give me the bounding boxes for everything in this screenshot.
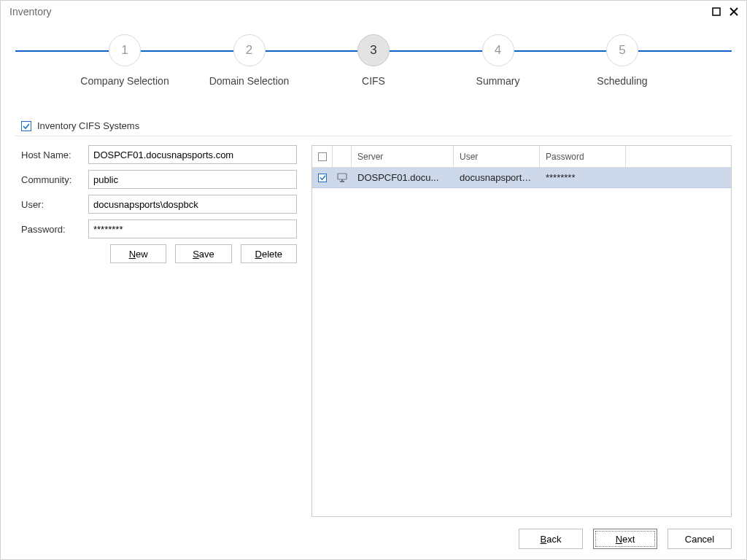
close-icon[interactable] (727, 5, 740, 18)
step-number: 2 (233, 34, 266, 66)
inventory-cifs-checkbox[interactable] (21, 121, 31, 131)
hostname-label: Host Name: (21, 149, 88, 160)
new-button[interactable]: New (110, 244, 166, 263)
community-label: Community: (21, 174, 88, 185)
server-icon (336, 173, 348, 183)
cifs-systems-table: Server User Password (311, 145, 732, 517)
step-number: 1 (109, 34, 141, 66)
header-checkbox-col[interactable] (312, 146, 333, 168)
step-label: Domain Selection (209, 75, 290, 87)
next-button[interactable]: Next (593, 529, 657, 549)
cifs-form: Host Name: Community: User: Password: Ne… (21, 145, 297, 517)
step-label: Company Selection (80, 75, 169, 87)
save-button[interactable]: Save (175, 244, 231, 263)
window-title: Inventory (9, 6, 52, 18)
row-user: docusnapsports\... (454, 172, 540, 183)
header-server[interactable]: Server (352, 146, 454, 168)
step-cifs[interactable]: 3 CIFS (322, 30, 425, 87)
inventory-wizard-window: Inventory 1 Company Selection 2 Domain S… (0, 0, 747, 560)
svg-rect-3 (341, 179, 343, 181)
step-label: Summary (476, 75, 520, 87)
step-label: CIFS (362, 75, 385, 87)
section-divider (15, 136, 732, 136)
header-password[interactable]: Password (540, 146, 626, 168)
row-password: ******** (540, 172, 626, 183)
svg-rect-2 (340, 181, 344, 182)
step-number: 5 (606, 34, 638, 66)
step-company-selection[interactable]: 1 Company Selection (74, 30, 176, 87)
back-button[interactable]: Back (519, 529, 583, 549)
wizard-steps: 1 Company Selection 2 Domain Selection 3… (15, 30, 732, 110)
row-server: DOSPCF01.docu... (352, 172, 454, 183)
svg-rect-0 (713, 8, 720, 15)
header-icon-col (333, 146, 352, 168)
titlebar: Inventory (1, 1, 746, 23)
user-field[interactable] (88, 195, 297, 214)
cancel-button[interactable]: Cancel (667, 529, 732, 549)
hostname-field[interactable] (88, 145, 297, 164)
step-number: 3 (357, 34, 390, 66)
table-header: Server User Password (312, 146, 731, 168)
inventory-cifs-checkbox-row: Inventory CIFS Systems (21, 120, 726, 131)
svg-rect-1 (338, 174, 347, 179)
step-scheduling[interactable]: 5 Scheduling (571, 30, 673, 87)
table-row[interactable]: DOSPCF01.docu... docusnapsports\... ****… (312, 168, 731, 188)
step-domain-selection[interactable]: 2 Domain Selection (198, 30, 301, 87)
header-spacer (626, 146, 731, 168)
maximize-icon[interactable] (710, 5, 723, 18)
step-summary[interactable]: 4 Summary (447, 30, 549, 87)
user-label: User: (21, 199, 88, 210)
row-checkbox[interactable] (318, 174, 327, 182)
community-field[interactable] (88, 170, 297, 189)
delete-button[interactable]: Delete (241, 244, 297, 263)
inventory-cifs-checkbox-label: Inventory CIFS Systems (37, 120, 139, 131)
wizard-footer: Back Next Cancel (519, 529, 732, 549)
password-label: Password: (21, 224, 88, 235)
password-field[interactable] (88, 219, 297, 238)
step-label: Scheduling (597, 75, 647, 87)
step-number: 4 (482, 34, 514, 66)
header-user[interactable]: User (454, 146, 540, 168)
